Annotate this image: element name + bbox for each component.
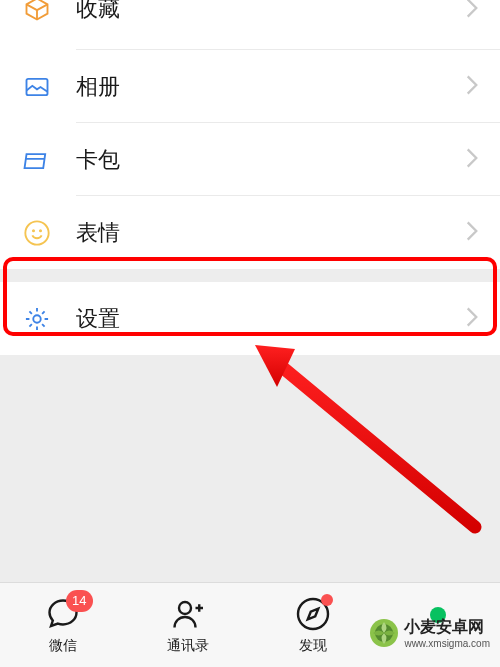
menu-item-card[interactable]: 卡包 (0, 123, 500, 196)
watermark-name: 小麦安卓网 (404, 617, 490, 638)
chat-icon: 14 (45, 596, 81, 632)
tab-contacts[interactable]: 通讯录 (125, 596, 250, 655)
card-label: 卡包 (76, 145, 466, 175)
chevron-right-icon (466, 307, 478, 331)
album-icon (22, 72, 52, 102)
sticker-label: 表情 (76, 218, 466, 248)
watermark-text: 小麦安卓网 www.xmsigma.com (404, 617, 490, 649)
watermark-logo-icon (369, 618, 399, 648)
chevron-right-icon (466, 221, 478, 245)
tab-contacts-label: 通讯录 (167, 637, 209, 655)
chevron-right-icon (466, 75, 478, 99)
watermark-url: www.xmsigma.com (404, 638, 490, 649)
svg-point-1 (25, 221, 48, 244)
svg-point-2 (33, 230, 34, 231)
tab-wechat-label: 微信 (49, 637, 77, 655)
menu-group-1: 收藏 相册 卡包 (0, 0, 500, 269)
svg-point-4 (33, 315, 40, 322)
tab-discover[interactable]: 发现 (250, 596, 375, 655)
menu-item-settings[interactable]: 设置 (0, 282, 500, 355)
menu-item-sticker[interactable]: 表情 (0, 196, 500, 269)
settings-icon (22, 304, 52, 334)
contacts-icon (170, 596, 206, 632)
sticker-icon (22, 218, 52, 248)
favorites-label: 收藏 (76, 0, 466, 24)
card-icon (22, 145, 52, 175)
menu-item-favorites[interactable]: 收藏 (0, 0, 500, 50)
discover-icon (295, 596, 331, 632)
svg-point-5 (179, 602, 191, 614)
menu-group-2: 设置 (0, 282, 500, 355)
svg-point-3 (40, 230, 41, 231)
badge-dot (321, 594, 333, 606)
settings-label: 设置 (76, 304, 466, 334)
tab-wechat[interactable]: 14 微信 (0, 596, 125, 655)
badge-count: 14 (66, 590, 92, 612)
tab-discover-label: 发现 (299, 637, 327, 655)
album-label: 相册 (76, 72, 466, 102)
menu-item-album[interactable]: 相册 (0, 50, 500, 123)
chevron-right-icon (466, 0, 478, 22)
chevron-right-icon (466, 148, 478, 172)
favorites-icon (22, 0, 52, 24)
watermark: 小麦安卓网 www.xmsigma.com (369, 617, 490, 649)
annotation-arrow (225, 327, 485, 537)
